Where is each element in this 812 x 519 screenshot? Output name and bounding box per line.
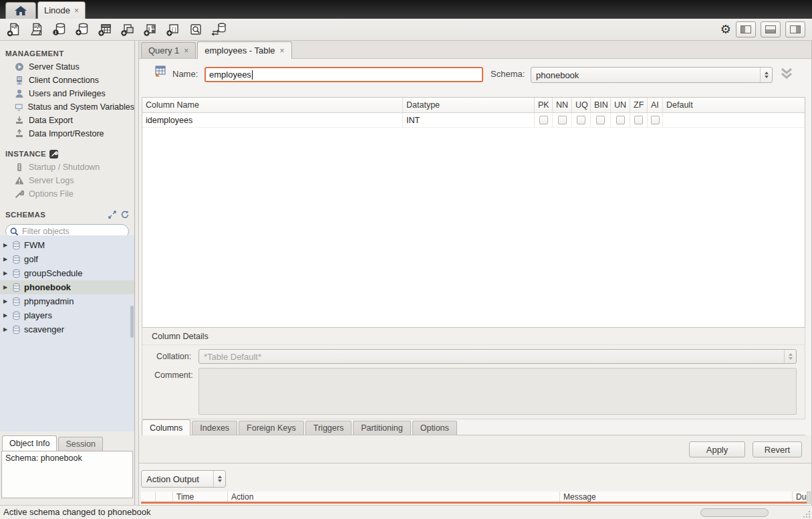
subtab-indexes[interactable]: Indexes <box>192 421 237 435</box>
header-ai[interactable]: AI <box>648 98 663 112</box>
schema-item-golf[interactable]: ▶ golf <box>0 252 134 266</box>
create-view-icon[interactable] <box>119 21 136 38</box>
cell-column-name[interactable]: idemployees <box>142 113 403 127</box>
header-column-name[interactable]: Column Name <box>142 98 403 112</box>
sidebar-item-client-connections[interactable]: Client Connections <box>0 74 134 87</box>
schema-item-phpmyadmin[interactable]: ▶ phpmyadmin <box>0 294 134 308</box>
checkbox-ai[interactable] <box>651 116 660 124</box>
expander-icon[interactable]: ▶ <box>3 270 9 276</box>
expand-header-chevron-icon[interactable] <box>778 67 795 80</box>
subtab-options[interactable]: Options <box>412 421 457 435</box>
output-header-action[interactable]: Action <box>228 492 560 502</box>
create-stored-procedure-icon[interactable] <box>142 21 159 38</box>
sidebar-item-label: Startup / Shutdown <box>29 163 100 172</box>
subtab-partitioning[interactable]: Partitioning <box>353 421 411 435</box>
sidebar-item-server-status[interactable]: Server Status <box>0 60 134 74</box>
apply-button[interactable]: Apply <box>689 441 745 457</box>
subtab-columns[interactable]: Columns <box>142 419 190 435</box>
header-un[interactable]: UN <box>611 98 630 112</box>
output-selector[interactable]: Action Output <box>141 470 226 488</box>
expander-icon[interactable]: ▶ <box>3 312 9 318</box>
sidebar-item-startup-shutdown[interactable]: Startup / Shutdown <box>0 161 134 174</box>
sidebar-item-status-system-variables[interactable]: Status and System Variables <box>0 100 134 114</box>
create-function-icon[interactable]: { } <box>164 21 182 38</box>
schema-icon <box>12 297 21 306</box>
header-default[interactable]: Default <box>663 98 805 112</box>
header-uq[interactable]: UQ <box>572 98 591 112</box>
left-panel-icon <box>740 25 751 33</box>
expander-icon[interactable]: ▶ <box>3 242 9 248</box>
revert-button[interactable]: Revert <box>753 441 802 457</box>
header-datatype[interactable]: Datatype <box>403 98 535 112</box>
resize-grip[interactable] <box>802 510 810 518</box>
toggle-right-panel-button[interactable] <box>785 21 805 37</box>
checkbox-zf[interactable] <box>634 116 643 124</box>
subtab-triggers[interactable]: Triggers <box>305 421 352 435</box>
sidebar-item-options-file[interactable]: Options File <box>0 187 134 201</box>
horizontal-scrollbar-thumb[interactable] <box>700 508 769 517</box>
checkbox-nn[interactable] <box>558 116 567 124</box>
checkbox-pk[interactable] <box>539 116 548 124</box>
header-nn[interactable]: NN <box>553 98 572 112</box>
header-bin[interactable]: BIN <box>591 98 611 112</box>
sidebar-item-data-export[interactable]: Data Export <box>0 114 134 127</box>
inspect-database-icon[interactable]: i <box>51 21 68 38</box>
editor-panel: Query 1 × employees - Table × Name: empl… <box>138 41 812 505</box>
toggle-left-panel-button[interactable] <box>736 21 756 37</box>
schema-item-fwm[interactable]: ▶ FWM <box>0 238 134 252</box>
checkbox-un[interactable] <box>616 116 625 124</box>
collation-select[interactable]: *Table Default* <box>198 349 797 364</box>
schema-item-groupschedule[interactable]: ▶ groupSchedule <box>0 266 134 280</box>
checkbox-uq[interactable] <box>577 116 585 124</box>
preferences-gear-icon[interactable]: ⚙ <box>720 23 731 35</box>
expander-icon[interactable]: ▶ <box>3 284 9 290</box>
sidebar-item-users-privileges[interactable]: Users and Privileges <box>0 87 134 100</box>
table-name-input[interactable]: employees <box>205 67 483 82</box>
warning-icon <box>15 176 24 185</box>
checkbox-bin[interactable] <box>596 116 605 124</box>
tab-query-1[interactable]: Query 1 × <box>141 42 196 58</box>
tab-object-info[interactable]: Object Info <box>2 435 57 451</box>
cell-datatype[interactable]: INT <box>403 113 535 127</box>
tab-session[interactable]: Session <box>58 437 102 451</box>
close-icon[interactable]: × <box>280 47 285 55</box>
schema-select[interactable]: phonebook <box>531 67 773 83</box>
expand-panel-icon[interactable] <box>108 211 116 219</box>
cell-default[interactable] <box>663 113 805 127</box>
toggle-bottom-panel-button[interactable] <box>761 21 781 37</box>
home-tab[interactable] <box>5 2 36 19</box>
header-zf[interactable]: ZF <box>630 98 648 112</box>
collation-value: *Table Default* <box>199 352 784 362</box>
reconnect-database-icon[interactable] <box>210 21 227 38</box>
expander-icon[interactable]: ▶ <box>3 256 9 262</box>
comment-textarea[interactable] <box>198 368 797 415</box>
create-table-icon[interactable] <box>96 21 114 38</box>
expander-icon[interactable]: ▶ <box>3 298 9 304</box>
create-schema-icon[interactable] <box>74 21 91 38</box>
tab-employees-table[interactable]: employees - Table × <box>197 41 291 59</box>
close-icon[interactable]: × <box>184 47 188 55</box>
open-sql-script-icon[interactable]: SQL <box>28 21 45 38</box>
schema-item-phonebook[interactable]: ▶ phonebook <box>0 280 134 294</box>
close-icon[interactable]: × <box>74 7 79 15</box>
header-pk[interactable]: PK <box>535 98 553 112</box>
schema-item-scavenger[interactable]: ▶ scavenger <box>0 322 134 336</box>
schema-label: groupSchedule <box>24 268 82 278</box>
schema-select-value: phonebook <box>531 70 760 80</box>
output-header-message[interactable]: Message <box>560 492 793 502</box>
schema-item-players[interactable]: ▶ players <box>0 308 134 322</box>
search-objects-icon[interactable] <box>187 21 205 38</box>
column-row-idemployees[interactable]: idemployees INT <box>142 113 805 128</box>
schema-icon <box>12 241 21 250</box>
connection-tab[interactable]: Linode × <box>37 1 86 19</box>
expander-icon[interactable]: ▶ <box>3 326 9 332</box>
sidebar-item-data-import[interactable]: Data Import/Restore <box>0 127 134 140</box>
output-scrollbar[interactable] <box>807 492 811 504</box>
refresh-schemas-icon[interactable] <box>120 211 129 219</box>
sidebar-item-server-logs[interactable]: Server Logs <box>0 174 134 187</box>
subtab-foreign-keys[interactable]: Foreign Keys <box>239 421 304 435</box>
output-header-time[interactable]: Time <box>173 492 228 502</box>
tree-scrollbar[interactable] <box>130 306 134 338</box>
output-header-duration[interactable]: Duration / Fetch <box>793 492 808 502</box>
new-query-tab-icon[interactable]: SQL <box>5 21 23 38</box>
